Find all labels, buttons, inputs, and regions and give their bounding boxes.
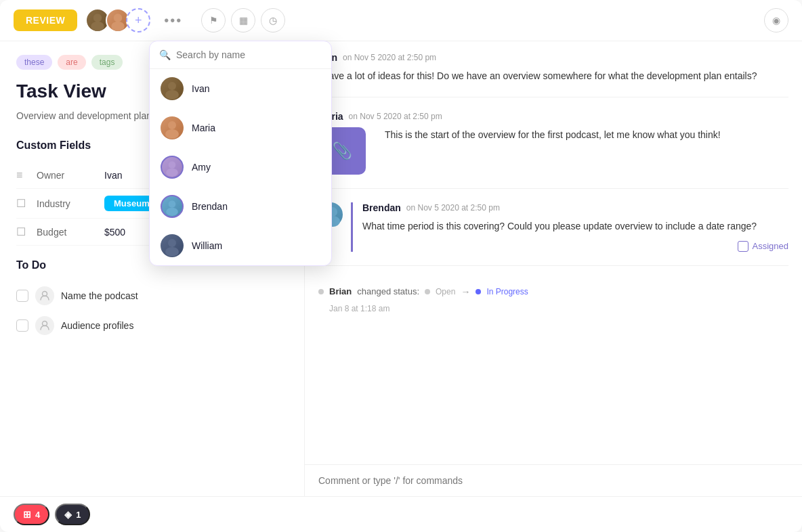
todo-item-2: Audience profiles	[16, 311, 288, 340]
dropdown-avatar-amy	[161, 156, 184, 179]
dropdown-item-maria[interactable]: Maria	[150, 108, 331, 148]
bottom-bar: ⊞ 4 ◈ 1	[0, 496, 802, 532]
svg-point-16	[168, 239, 176, 247]
search-icon: 🔍	[159, 49, 171, 60]
dropdown-avatar-william	[161, 234, 184, 257]
status-change: Brian changed status: Open → In Progress…	[318, 280, 788, 313]
svg-point-13	[166, 169, 178, 177]
dropdown-item-amy[interactable]: Amy	[150, 148, 331, 187]
calendar-button[interactable]: ▦	[231, 8, 255, 32]
industry-label: Industry	[37, 198, 104, 209]
badge-red-count: 4	[35, 510, 40, 520]
to-status-dot	[476, 289, 481, 294]
dropdown-name-ivan: Ivan	[192, 83, 209, 94]
todo-checkbox-1[interactable]	[16, 290, 28, 302]
from-status-dot	[425, 289, 430, 294]
comment-input-area	[305, 464, 802, 496]
dropdown-search-area: 🔍	[150, 41, 331, 69]
app-container: REVIEW + ••• ⚑ ▦ ◷ ◉ these are ta	[0, 0, 802, 532]
comments-list: Ivan on Nov 5 2020 at 2:50 pm I have a l…	[305, 41, 802, 464]
budget-label: Budget	[37, 227, 104, 238]
svg-point-3	[111, 22, 125, 31]
svg-point-15	[166, 208, 178, 216]
svg-point-14	[169, 200, 176, 208]
status-change-row: Brian changed status: Open → In Progress	[318, 280, 788, 304]
dropdown-avatar-maria	[161, 116, 184, 139]
badge-dark-button[interactable]: ◈ 1	[55, 504, 90, 525]
comment-ivan-time: on Nov 5 2020 at 2:50 pm	[343, 53, 436, 62]
to-status-label: In Progress	[486, 287, 528, 296]
member-dropdown: 🔍 Ivan Maria Amy Brendan	[149, 41, 332, 266]
comment-brendan-text: What time period is this covering? Could…	[362, 219, 788, 234]
flag-button[interactable]: ⚑	[201, 8, 226, 32]
svg-point-10	[168, 121, 176, 129]
dropdown-item-ivan[interactable]: Ivan	[150, 69, 331, 108]
review-button[interactable]: REVIEW	[14, 9, 77, 31]
right-panel: Ivan on Nov 5 2020 at 2:50 pm I have a l…	[305, 41, 802, 496]
comment-ivan: Ivan on Nov 5 2020 at 2:50 pm I have a l…	[318, 52, 788, 97]
assigned-checkbox[interactable]	[738, 241, 748, 252]
dropdown-avatar-brendan	[161, 195, 184, 218]
comment-ivan-text: I have a lot of ideas for this! Do we ha…	[318, 68, 788, 83]
dropdown-name-amy: Amy	[192, 162, 211, 173]
svg-point-8	[168, 82, 176, 90]
clock-button[interactable]: ◷	[261, 8, 285, 32]
dropdown-item-brendan[interactable]: Brendan	[150, 187, 331, 226]
eye-button[interactable]: ◉	[764, 8, 788, 32]
svg-point-2	[114, 14, 122, 22]
comment-ivan-header: Ivan on Nov 5 2020 at 2:50 pm	[318, 52, 788, 63]
status-time: Jan 8 at 1:18 am	[318, 304, 788, 313]
from-status-label: Open	[436, 287, 455, 296]
comment-maria-text: This is the start of the overview for th…	[385, 127, 721, 142]
comment-brendan: Brendan on Nov 5 2020 at 2:50 pm What ti…	[318, 202, 788, 265]
search-input[interactable]	[176, 49, 322, 60]
dropdown-name-william: William	[192, 240, 222, 251]
badge-dark-icon: ◈	[64, 509, 72, 520]
dropdown-avatar-ivan	[161, 77, 184, 100]
badge-red-icon: ⊞	[23, 509, 31, 520]
status-action: changed status:	[357, 286, 419, 296]
assigned-badge: Assigned	[362, 241, 788, 252]
todo-user-icon-1	[35, 286, 54, 305]
comment-input[interactable]	[318, 475, 788, 486]
comment-brendan-time: on Nov 5 2020 at 2:50 pm	[406, 203, 500, 213]
status-author: Brian	[329, 286, 352, 296]
status-indicator	[318, 289, 324, 294]
header: REVIEW + ••• ⚑ ▦ ◷ ◉	[0, 0, 802, 41]
avatars-group: +	[85, 8, 150, 32]
tag-are: are	[58, 55, 85, 70]
todo-text-1: Name the podcast	[61, 290, 138, 301]
assigned-label: Assigned	[753, 241, 788, 251]
comment-maria-time: on Nov 5 2020 at 2:50 pm	[349, 112, 442, 121]
more-options-button[interactable]: •••	[159, 10, 188, 31]
comment-maria: Maria on Nov 5 2020 at 2:50 pm 📎 This is…	[318, 111, 788, 189]
todo-text-2: Audience profiles	[61, 320, 133, 331]
svg-point-0	[93, 14, 102, 22]
svg-point-1	[91, 22, 104, 31]
tag-tags: tags	[91, 55, 123, 70]
budget-value: $500	[104, 227, 125, 238]
comment-brendan-header: Brendan on Nov 5 2020 at 2:50 pm	[362, 202, 788, 213]
main-content: these are tags Task View Overview and de…	[0, 41, 802, 496]
comment-maria-content: 📎 This is the start of the overview for …	[318, 127, 788, 175]
owner-icon: ≡	[16, 169, 30, 181]
svg-point-17	[165, 247, 179, 257]
comment-brendan-author: Brendan	[362, 202, 401, 213]
owner-value: Ivan	[104, 170, 122, 181]
badge-red-button[interactable]: ⊞ 4	[14, 504, 49, 525]
todo-checkbox-2[interactable]	[16, 319, 28, 332]
dropdown-item-william[interactable]: William	[150, 226, 331, 265]
comment-maria-header: Maria on Nov 5 2020 at 2:50 pm	[318, 111, 788, 122]
todo-user-icon-2	[35, 316, 54, 335]
svg-point-9	[165, 90, 179, 99]
budget-icon: ☐	[16, 225, 30, 238]
arrow-icon: →	[461, 286, 470, 297]
dropdown-name-brendan: Brendan	[192, 201, 228, 212]
todo-item-1: Name the podcast	[16, 281, 288, 311]
add-member-button[interactable]: +	[126, 8, 150, 32]
dropdown-name-maria: Maria	[192, 123, 215, 133]
tag-these: these	[16, 55, 52, 70]
owner-label: Owner	[37, 170, 104, 181]
badge-dark-count: 1	[76, 510, 81, 520]
header-right: ◉	[764, 8, 788, 32]
